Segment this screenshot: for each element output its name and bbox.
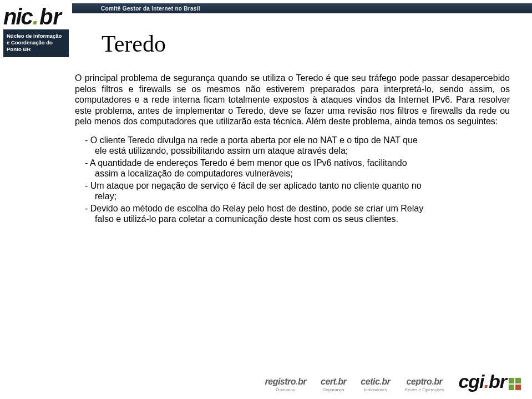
bullet-line2: falso e utilizá-lo para coletar a comuni… [85, 214, 510, 225]
registro-sub: Domínios [276, 387, 295, 392]
registro-br: br [298, 377, 306, 386]
topbar-label: Comitê Gestor da Internet no Brasil [101, 6, 200, 12]
cgi-word: cgi [458, 371, 484, 392]
bullet-line1: - Um ataque por negação de serviço é fác… [85, 181, 422, 190]
cert-logo: cert.br Segurança [321, 377, 346, 392]
cert-sub: Segurança [323, 387, 344, 392]
bullet-list: - O cliente Teredo divulga na rede a por… [75, 135, 510, 225]
nic-subtitle-line2: e Coordenação do [7, 39, 65, 46]
ceptro-logo: ceptro.br Redes e Operações [404, 377, 444, 392]
slide-content: Teredo O principal problema de segurança… [75, 31, 510, 226]
cetic-sub: Indicadores [364, 387, 387, 392]
nic-subtitle-line1: Núcleo de Informação [7, 33, 65, 39]
cgi-logo: cgi.br [458, 371, 521, 392]
list-item: - O cliente Teredo divulga na rede a por… [85, 135, 510, 156]
nic-subtitle-line3: Ponto BR [7, 46, 65, 53]
bullet-line2: relay; [85, 191, 510, 202]
top-bar: Comitê Gestor da Internet no Brasil [0, 3, 532, 13]
nic-subtitle: Núcleo de Informação e Coordenação do Po… [3, 29, 69, 57]
list-item: - A quantidade de endereços Teredo é bem… [85, 158, 510, 179]
list-item: - Devido ao método de escolha do Relay p… [85, 203, 510, 225]
bullet-line2: assim a localização de computadores vuln… [85, 168, 510, 179]
nic-logo-block: nic.br Núcleo de Informação e Coordenaçã… [0, 0, 72, 63]
bullet-line1: - Devido ao método de escolha do Relay p… [85, 204, 423, 213]
nic-wordmark: nic [3, 4, 32, 29]
cert-word: cert [321, 377, 336, 386]
cgi-br: br [489, 371, 506, 392]
bullet-line1: - A quantidade de endereços Teredo é bem… [85, 158, 407, 168]
cetic-br: br [382, 377, 390, 386]
nic-logo: nic.br [3, 4, 69, 29]
ceptro-br: br [434, 377, 442, 386]
bullet-line1: - O cliente Teredo divulga na rede a por… [85, 135, 418, 145]
ceptro-sub: Redes e Operações [404, 387, 444, 392]
nic-dot-icon: . [32, 4, 39, 29]
nic-br: br [39, 4, 62, 29]
list-item: - Um ataque por negação de serviço é fác… [85, 180, 510, 202]
cetic-word: cetic [361, 377, 379, 386]
footer-logos: registro.br Domínios cert.br Segurança c… [0, 371, 532, 392]
bullet-line2: ele está utilizando, possibilitando assi… [85, 145, 510, 156]
slide-title: Teredo [102, 31, 510, 57]
cetic-logo: cetic.br Indicadores [361, 377, 390, 392]
slide-paragraph: O principal problema de segurança quando… [75, 73, 510, 127]
dot-icon: . [484, 371, 489, 392]
registro-logo: registro.br Domínios [265, 377, 307, 392]
cgi-squares-icon [509, 378, 521, 390]
ceptro-word: ceptro [406, 377, 432, 386]
registro-word: registro [265, 377, 296, 386]
cert-br: br [338, 377, 346, 386]
